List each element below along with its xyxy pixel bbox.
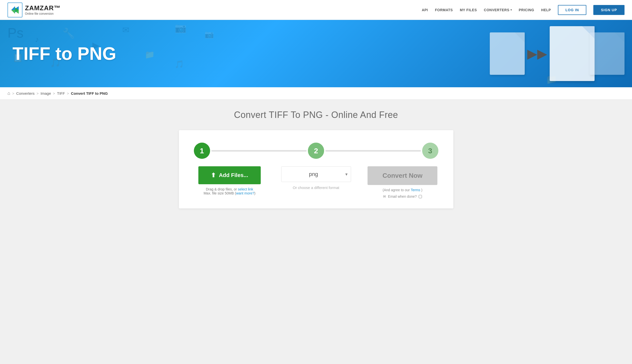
add-files-button[interactable]: ⬆ Add Files... <box>198 166 260 184</box>
terms-link[interactable]: Terms <box>411 188 420 192</box>
breadcrumb-current: Convert TIFF to PNG <box>71 91 108 96</box>
breadcrumb-tiff[interactable]: TIFF <box>57 91 65 96</box>
breadcrumb-sep-4: > <box>67 92 69 96</box>
nav-my-files[interactable]: MY FILES <box>460 8 477 12</box>
add-files-label: Add Files... <box>219 172 248 178</box>
step-1-circle: 1 <box>194 142 210 159</box>
main-nav: API FORMATS MY FILES CONVERTERS ▾ PRICIN… <box>422 5 624 15</box>
select-link[interactable]: select link <box>238 187 253 191</box>
page-heading: Convert TIFF To PNG - Online And Free <box>171 110 461 120</box>
logo-text: ZAMZAR™ Online file conversion <box>25 4 61 16</box>
nav-converters[interactable]: CONVERTERS ▾ <box>484 8 512 12</box>
breadcrumb-converters[interactable]: Converters <box>16 91 35 96</box>
breadcrumb-image[interactable]: Image <box>41 91 51 96</box>
third-file-icon <box>589 32 624 75</box>
convert-agree-text: (And agree to our Terms ) <box>383 188 422 192</box>
want-more-link[interactable]: want more? <box>236 191 254 195</box>
step-2-col: png jpg gif bmp tiff webp pdf ▾ Or choos… <box>275 166 357 190</box>
convert-now-button[interactable]: Convert Now <box>368 166 437 185</box>
email-row: ✉ Email when done? <box>383 194 422 198</box>
target-file-icon <box>550 26 594 81</box>
email-label: Email when done? <box>388 194 417 198</box>
step-3-col: Convert Now (And agree to our Terms ) ✉ … <box>362 166 443 198</box>
breadcrumb-sep-3: > <box>53 92 55 96</box>
logo-icon <box>8 2 23 18</box>
step-2-circle: 2 <box>308 142 324 159</box>
nav-pricing[interactable]: PRICING <box>519 8 534 12</box>
hero-title: TIFF to PNG <box>13 44 116 64</box>
convert-arrows-icon: ▶▶ <box>527 46 547 61</box>
format-select[interactable]: png jpg gif bmp tiff webp pdf <box>281 166 351 182</box>
source-file-icon <box>490 32 525 75</box>
hero-file-icons: ▶▶ <box>482 20 632 87</box>
nav-help[interactable]: HELP <box>541 8 551 12</box>
format-select-wrap: png jpg gif bmp tiff webp pdf ▾ <box>281 166 351 182</box>
email-icon: ✉ <box>383 194 386 198</box>
step-3-circle: 3 <box>422 142 438 159</box>
upload-icon: ⬆ <box>211 172 216 179</box>
converter-box: 1 2 3 ⬆ Add Files... Drag & drop files, … <box>179 130 453 208</box>
signup-button[interactable]: SIGN UP <box>593 5 624 15</box>
step-1-col: ⬆ Add Files... Drag & drop files, or sel… <box>189 166 270 195</box>
actions-row: ⬆ Add Files... Drag & drop files, or sel… <box>189 166 443 198</box>
format-hint: Or choose a different format <box>293 186 339 190</box>
breadcrumb-sep-1: > <box>12 92 14 96</box>
step-line-1 <box>211 150 307 152</box>
breadcrumb: ⌂ > Converters > Image > TIFF > Convert … <box>0 87 632 100</box>
step-line-2 <box>325 150 421 152</box>
nav-formats[interactable]: FORMATS <box>435 8 453 12</box>
drop-hint: Drag & drop files, or select link Max. f… <box>204 187 255 195</box>
site-header: ZAMZAR™ Online file conversion API FORMA… <box>0 0 632 20</box>
breadcrumb-sep-2: > <box>37 92 39 96</box>
nav-api[interactable]: API <box>422 8 428 12</box>
main-content: Convert TIFF To PNG - Online And Free 1 … <box>166 100 466 218</box>
email-checkbox[interactable] <box>419 195 422 198</box>
logo-link[interactable]: ZAMZAR™ Online file conversion <box>8 2 61 18</box>
hero-banner: Ps ♪ 🔧 ▶ ✉ 📋 🎵 📷 📁 📷 🎵 📁 TIFF to PNG ▶▶ <box>0 20 632 87</box>
login-button[interactable]: LOG IN <box>558 5 586 15</box>
breadcrumb-home-icon[interactable]: ⌂ <box>8 91 10 96</box>
steps-row: 1 2 3 <box>189 142 443 159</box>
converters-dropdown-icon: ▾ <box>510 8 512 11</box>
